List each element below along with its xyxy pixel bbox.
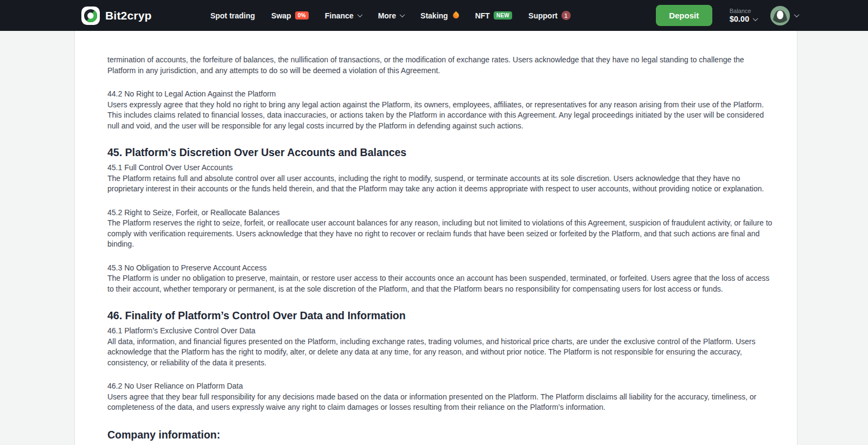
nav-label: Support <box>528 11 558 20</box>
support-count-badge: 1 <box>561 11 571 20</box>
chevron-down-icon <box>794 12 800 17</box>
chevron-down-icon <box>400 12 405 17</box>
section-46-heading: 46. Finality of Platform’s Control Over … <box>107 309 773 322</box>
nav-label: Staking <box>420 11 448 20</box>
subsection-title: 45.3 No Obligation to Preserve Account A… <box>107 263 773 274</box>
chevron-down-icon <box>753 16 758 21</box>
balance-value: $0.00 <box>730 15 749 24</box>
balance-dropdown[interactable]: Balance $0.00 <box>730 8 757 24</box>
swap-fee-badge: 0% <box>295 11 309 20</box>
subsection-body: The Platform retains full and absolute c… <box>107 173 773 195</box>
company-info-heading: Company information: <box>107 430 773 441</box>
subsection-45-1: 45.1 Full Control Over User Accounts The… <box>107 163 773 195</box>
subsection-body: Users agree that they bear full responsi… <box>107 392 773 413</box>
deposit-button[interactable]: Deposit <box>656 5 712 26</box>
nav-item-nft[interactable]: NFT NEW <box>475 11 512 20</box>
nav-label: Swap <box>271 11 291 20</box>
balance-label: Balance <box>730 8 757 15</box>
nft-new-badge: NEW <box>494 11 512 20</box>
subsection-title: 45.1 Full Control Over User Accounts <box>107 163 773 173</box>
nav-item-more[interactable]: More <box>378 11 404 20</box>
subsection-46-2: 46.2 No User Reliance on Platform Data U… <box>107 381 773 413</box>
subsection-body: Users expressly agree that they hold no … <box>107 100 773 132</box>
terms-document-panel: termination of accounts, the forfeiture … <box>74 31 797 445</box>
subsection-title: 46.2 No User Reliance on Platform Data <box>107 381 773 392</box>
scrolled-paragraph: termination of accounts, the forfeiture … <box>107 55 773 76</box>
subsection-44-2: 44.2 No Right to Legal Action Against th… <box>107 89 773 131</box>
subsection-46-1: 46.1 Platform’s Exclusive Control Over D… <box>107 326 773 368</box>
nav-label: Finance <box>325 11 354 20</box>
nav-item-swap[interactable]: Swap 0% <box>271 11 309 20</box>
flame-icon <box>451 11 460 20</box>
brand[interactable]: Bit2cryp <box>81 7 152 25</box>
subsection-body: All data, information, and financial fig… <box>107 337 773 369</box>
subsection-45-3: 45.3 No Obligation to Preserve Account A… <box>107 263 773 295</box>
subsection-title: 44.2 No Right to Legal Action Against th… <box>107 89 773 100</box>
nav-label: More <box>378 11 396 20</box>
nav-label: NFT <box>475 11 490 20</box>
nav-item-support[interactable]: Support 1 <box>528 11 571 20</box>
terms-document: termination of accounts, the forfeiture … <box>107 55 773 445</box>
nav-item-staking[interactable]: Staking <box>420 11 459 20</box>
brand-name: Bit2cryp <box>105 9 152 22</box>
top-navbar: Bit2cryp Spot trading Swap 0% Finance Mo… <box>0 0 868 31</box>
subsection-body: The Platform reserves the right to seize… <box>107 218 773 250</box>
subsection-45-2: 45.2 Right to Seize, Forfeit, or Realloc… <box>107 208 773 250</box>
nav-item-spot-trading[interactable]: Spot trading <box>210 11 255 20</box>
main-nav: Spot trading Swap 0% Finance More Stakin… <box>210 11 571 20</box>
navbar-right-group: Deposit Balance $0.00 <box>656 5 799 26</box>
subsection-title: 45.2 Right to Seize, Forfeit, or Realloc… <box>107 208 773 218</box>
section-45-heading: 45. Platform's Discretion Over User Acco… <box>107 146 773 159</box>
page-body: termination of accounts, the forfeiture … <box>0 31 868 445</box>
chevron-down-icon <box>357 12 362 17</box>
account-menu[interactable] <box>770 6 799 25</box>
avatar-icon <box>770 6 790 25</box>
nav-label: Spot trading <box>210 11 255 20</box>
brand-logo-icon <box>81 7 100 25</box>
subsection-title: 46.1 Platform’s Exclusive Control Over D… <box>107 326 773 337</box>
nav-item-finance[interactable]: Finance <box>325 11 362 20</box>
subsection-body: The Platform is under no obligation to p… <box>107 273 773 294</box>
